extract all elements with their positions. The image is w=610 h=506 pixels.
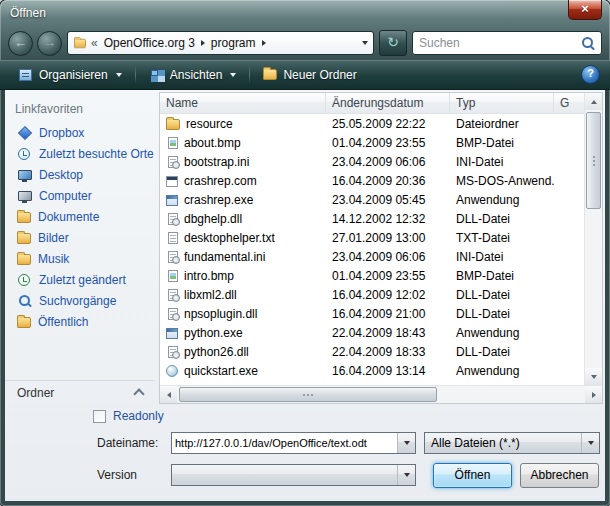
dll-icon xyxy=(168,308,178,320)
readonly-label: Readonly xyxy=(113,409,164,423)
file-type: BMP-Datei xyxy=(450,136,554,150)
file-row[interactable]: libxml2.dll 16.04.2009 12:02 DLL-Datei xyxy=(160,285,584,304)
music-folder-icon xyxy=(17,254,31,265)
refresh-button[interactable] xyxy=(379,30,407,56)
vertical-scrollbar[interactable] xyxy=(584,93,602,385)
recently-changed-icon xyxy=(17,273,32,287)
sidebar-item-9[interactable]: Öffentlich xyxy=(5,311,155,332)
sidebar-item-6[interactable]: Musik xyxy=(5,248,155,269)
filetype-dropdown-button[interactable] xyxy=(581,433,599,453)
file-row[interactable]: about.bmp 01.04.2009 23:55 BMP-Datei xyxy=(160,133,584,152)
column-header-type[interactable]: Typ xyxy=(450,93,554,113)
file-row[interactable]: crashrep.exe 23.04.2009 05:45 Anwendung xyxy=(160,190,584,209)
close-button[interactable] xyxy=(568,0,602,20)
filename-input[interactable] xyxy=(172,433,397,453)
filename-combobox[interactable] xyxy=(171,432,416,454)
breadcrumb-segment[interactable]: program xyxy=(209,36,258,50)
vertical-scroll-thumb[interactable] xyxy=(586,112,601,209)
cancel-button[interactable]: Abbrechen xyxy=(520,463,599,488)
breadcrumb-segment[interactable]: OpenOffice.org 3 xyxy=(102,36,197,50)
search-input[interactable] xyxy=(419,36,577,50)
folders-label: Ordner xyxy=(17,386,54,400)
sidebar-item-1[interactable]: Zuletzt besuchte Orte xyxy=(5,143,155,164)
chevron-down-icon xyxy=(404,441,410,445)
file-list-header: Name Änderungsdatum Typ G xyxy=(160,93,584,114)
file-name-cell: quickstart.exe xyxy=(160,364,326,378)
chevron-down-icon xyxy=(230,73,236,77)
address-dropdown-icon[interactable] xyxy=(362,41,368,45)
toolbar-divider xyxy=(249,66,250,84)
sidebar-item-5[interactable]: Bilder xyxy=(5,227,155,248)
file-name-cell: desktophelper.txt xyxy=(160,231,326,245)
file-name: about.bmp xyxy=(184,136,241,150)
version-combobox[interactable] xyxy=(171,464,416,486)
chevron-down-icon xyxy=(404,473,410,477)
breadcrumb-separator-icon[interactable] xyxy=(262,40,266,46)
scroll-left-button[interactable] xyxy=(160,386,177,403)
file-row[interactable]: dbghelp.dll 14.12.2002 12:32 DLL-Datei xyxy=(160,209,584,228)
filetype-combobox[interactable]: Alle Dateien (*.*) xyxy=(424,432,600,454)
titlebar[interactable]: Öffnen xyxy=(0,0,610,26)
sidebar-item-2[interactable]: Desktop xyxy=(5,164,155,185)
horizontal-scrollbar[interactable] xyxy=(160,385,602,403)
sidebar-item-3[interactable]: Computer xyxy=(5,185,155,206)
sidebar-item-7[interactable]: Zuletzt geändert xyxy=(5,269,155,290)
file-date: 25.05.2009 22:22 xyxy=(326,117,450,131)
file-row[interactable]: fundamental.ini 23.04.2009 06:06 INI-Dat… xyxy=(160,247,584,266)
organize-icon xyxy=(18,68,33,82)
recent-places-icon xyxy=(17,147,32,161)
file-type: DLL-Datei xyxy=(450,307,554,321)
search-box[interactable] xyxy=(412,31,602,55)
app-icon xyxy=(166,195,178,206)
search-icon[interactable] xyxy=(581,36,595,50)
organize-button[interactable]: Organisieren xyxy=(10,65,130,85)
file-row[interactable]: python.exe 22.04.2009 18:43 Anwendung xyxy=(160,323,584,342)
file-type: DLL-Datei xyxy=(450,288,554,302)
scroll-up-button[interactable] xyxy=(585,93,602,110)
breadcrumb-overflow-button[interactable]: « xyxy=(91,36,98,50)
column-header-name[interactable]: Name xyxy=(160,93,326,113)
file-date: 01.04.2009 23:55 xyxy=(326,269,450,283)
file-row[interactable]: python26.dll 22.04.2009 18:33 DLL-Datei xyxy=(160,342,584,361)
new-folder-button[interactable]: Neuer Ordner xyxy=(255,65,364,85)
breadcrumb-separator-icon[interactable] xyxy=(201,40,205,46)
file-type: MS-DOS-Anwend... xyxy=(450,174,554,188)
open-button[interactable]: Öffnen xyxy=(433,463,512,488)
address-bar[interactable]: « OpenOffice.org 3 program xyxy=(67,31,374,55)
readonly-checkbox[interactable] xyxy=(93,410,106,423)
filename-dropdown-button[interactable] xyxy=(397,433,415,453)
arrow-up-icon xyxy=(591,100,597,104)
column-header-size[interactable]: G xyxy=(554,93,584,113)
sidebar-item-4[interactable]: Dokumente xyxy=(5,206,155,227)
file-row[interactable]: intro.bmp 01.04.2009 23:55 BMP-Datei xyxy=(160,266,584,285)
file-row[interactable]: npsoplugin.dll 16.04.2009 21:00 DLL-Date… xyxy=(160,304,584,323)
file-date: 23.04.2009 06:06 xyxy=(326,250,450,264)
column-header-date[interactable]: Änderungsdatum xyxy=(326,93,450,113)
file-name-cell: fundamental.ini xyxy=(160,250,326,264)
file-type: Anwendung xyxy=(450,364,554,378)
sidebar-item-8[interactable]: Suchvorgänge xyxy=(5,290,155,311)
help-button[interactable] xyxy=(581,65,600,84)
back-button[interactable] xyxy=(8,31,33,56)
file-row[interactable]: crashrep.com 16.04.2009 20:36 MS-DOS-Anw… xyxy=(160,171,584,190)
open-dialog: Öffnen « OpenOffice.org 3 program Organi… xyxy=(0,0,610,506)
file-row[interactable]: quickstart.exe 16.04.2009 13:14 Anwendun… xyxy=(160,361,584,380)
public-folder-icon xyxy=(17,317,31,328)
views-button[interactable]: Ansichten xyxy=(141,65,245,85)
sidebar-items: Dropbox Zuletzt besuchte Orte Desktop Co… xyxy=(5,122,155,332)
folders-expander[interactable]: Ordner xyxy=(5,380,155,404)
bottom-row: Version Öffnen Abbrechen xyxy=(5,460,605,490)
file-name-cell: npsoplugin.dll xyxy=(160,307,326,321)
sidebar-item-0[interactable]: Dropbox xyxy=(5,122,155,143)
file-row[interactable]: bootstrap.ini 23.04.2009 06:06 INI-Datei xyxy=(160,152,584,171)
file-row[interactable]: resource 25.05.2009 22:22 Dateiordner xyxy=(160,114,584,133)
new-folder-icon xyxy=(263,69,277,80)
forward-button[interactable] xyxy=(37,31,62,56)
scroll-right-button[interactable] xyxy=(585,386,602,403)
version-dropdown-button[interactable] xyxy=(397,465,415,485)
file-name: python26.dll xyxy=(184,345,249,359)
scroll-down-button[interactable] xyxy=(585,368,602,385)
horizontal-scroll-thumb[interactable] xyxy=(179,387,437,402)
file-row[interactable]: desktophelper.txt 27.01.2009 13:00 TXT-D… xyxy=(160,228,584,247)
filename-row: Dateiname: Alle Dateien (*.*) xyxy=(5,428,605,458)
